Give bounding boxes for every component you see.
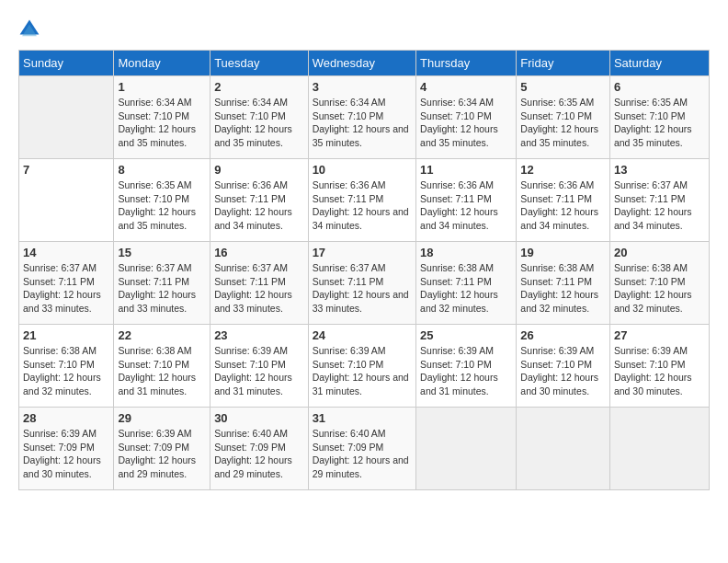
day-number: 2 (214, 80, 304, 94)
day-number: 28 (23, 411, 109, 425)
day-number: 30 (214, 411, 304, 425)
day-number: 5 (520, 80, 606, 94)
calendar-cell: 19Sunrise: 6:38 AMSunset: 7:11 PMDayligh… (517, 242, 610, 325)
page-header (18, 18, 710, 40)
day-number: 20 (614, 246, 705, 259)
day-info: Sunrise: 6:37 AMSunset: 7:11 PMDaylight:… (614, 178, 705, 233)
day-number: 25 (420, 328, 512, 342)
day-number: 19 (520, 246, 606, 259)
day-number: 4 (420, 80, 512, 94)
week-row-5: 28Sunrise: 6:39 AMSunset: 7:09 PMDayligh… (19, 408, 710, 490)
logo (18, 18, 42, 40)
calendar-cell: 5Sunrise: 6:35 AMSunset: 7:10 PMDaylight… (517, 76, 610, 159)
day-number: 22 (118, 328, 206, 342)
day-info: Sunrise: 6:37 AMSunset: 7:11 PMDaylight:… (313, 261, 412, 316)
calendar-cell: 16Sunrise: 6:37 AMSunset: 7:11 PMDayligh… (210, 242, 309, 325)
day-number: 9 (214, 163, 304, 177)
day-number: 27 (614, 328, 705, 342)
calendar-cell (416, 408, 517, 490)
calendar-cell: 21Sunrise: 6:38 AMSunset: 7:10 PMDayligh… (19, 325, 114, 408)
calendar-cell: 17Sunrise: 6:37 AMSunset: 7:11 PMDayligh… (308, 242, 415, 325)
day-number: 12 (520, 163, 606, 177)
calendar-cell: 4Sunrise: 6:34 AMSunset: 7:10 PMDaylight… (416, 76, 517, 159)
week-row-3: 14Sunrise: 6:37 AMSunset: 7:11 PMDayligh… (19, 242, 710, 325)
day-number: 1 (118, 80, 206, 94)
day-info: Sunrise: 6:36 AMSunset: 7:11 PMDaylight:… (214, 178, 304, 233)
calendar-cell: 20Sunrise: 6:38 AMSunset: 7:10 PMDayligh… (609, 242, 709, 325)
day-info: Sunrise: 6:37 AMSunset: 7:11 PMDaylight:… (214, 261, 304, 316)
day-info: Sunrise: 6:38 AMSunset: 7:11 PMDaylight:… (420, 261, 512, 316)
day-info: Sunrise: 6:37 AMSunset: 7:11 PMDaylight:… (23, 261, 109, 316)
day-info: Sunrise: 6:35 AMSunset: 7:10 PMDaylight:… (520, 96, 606, 150)
calendar-cell: 25Sunrise: 6:39 AMSunset: 7:10 PMDayligh… (416, 325, 517, 408)
day-info: Sunrise: 6:39 AMSunset: 7:10 PMDaylight:… (214, 344, 304, 398)
header-cell-monday: Monday (114, 51, 210, 76)
day-info: Sunrise: 6:35 AMSunset: 7:10 PMDaylight:… (118, 178, 206, 233)
calendar-cell: 10Sunrise: 6:36 AMSunset: 7:11 PMDayligh… (308, 159, 415, 242)
day-number: 11 (420, 163, 512, 177)
calendar-cell: 23Sunrise: 6:39 AMSunset: 7:10 PMDayligh… (210, 325, 309, 408)
day-number: 17 (313, 246, 412, 259)
calendar-cell: 7 (19, 159, 114, 242)
day-info: Sunrise: 6:34 AMSunset: 7:10 PMDaylight:… (313, 96, 412, 150)
day-info: Sunrise: 6:36 AMSunset: 7:11 PMDaylight:… (520, 178, 606, 233)
calendar-table: SundayMondayTuesdayWednesdayThursdayFrid… (18, 50, 710, 490)
day-info: Sunrise: 6:34 AMSunset: 7:10 PMDaylight:… (118, 96, 206, 150)
header-cell-wednesday: Wednesday (308, 51, 415, 76)
day-info: Sunrise: 6:38 AMSunset: 7:10 PMDaylight:… (614, 261, 705, 316)
day-info: Sunrise: 6:34 AMSunset: 7:10 PMDaylight:… (420, 96, 512, 150)
day-number: 24 (313, 328, 412, 342)
header-cell-tuesday: Tuesday (210, 51, 309, 76)
calendar-cell: 28Sunrise: 6:39 AMSunset: 7:09 PMDayligh… (19, 408, 114, 490)
calendar-cell (609, 408, 709, 490)
day-info: Sunrise: 6:39 AMSunset: 7:10 PMDaylight:… (520, 344, 606, 398)
header-cell-friday: Friday (517, 51, 610, 76)
header-cell-sunday: Sunday (19, 51, 114, 76)
day-number: 18 (420, 246, 512, 259)
calendar-cell (19, 76, 114, 159)
day-number: 15 (118, 246, 206, 259)
day-info: Sunrise: 6:37 AMSunset: 7:11 PMDaylight:… (118, 261, 206, 316)
calendar-cell: 15Sunrise: 6:37 AMSunset: 7:11 PMDayligh… (114, 242, 210, 325)
calendar-cell: 8Sunrise: 6:35 AMSunset: 7:10 PMDaylight… (114, 159, 210, 242)
day-number: 14 (23, 246, 109, 259)
calendar-cell: 29Sunrise: 6:39 AMSunset: 7:09 PMDayligh… (114, 408, 210, 490)
day-number: 6 (614, 80, 705, 94)
calendar-cell: 2Sunrise: 6:34 AMSunset: 7:10 PMDaylight… (210, 76, 309, 159)
calendar-cell: 31Sunrise: 6:40 AMSunset: 7:09 PMDayligh… (308, 408, 415, 490)
day-info: Sunrise: 6:39 AMSunset: 7:09 PMDaylight:… (23, 427, 109, 481)
calendar-cell (517, 408, 610, 490)
calendar-cell: 13Sunrise: 6:37 AMSunset: 7:11 PMDayligh… (609, 159, 709, 242)
day-info: Sunrise: 6:39 AMSunset: 7:09 PMDaylight:… (118, 427, 206, 481)
header-cell-thursday: Thursday (416, 51, 517, 76)
calendar-cell: 12Sunrise: 6:36 AMSunset: 7:11 PMDayligh… (517, 159, 610, 242)
day-number: 13 (614, 163, 705, 177)
day-number: 16 (214, 246, 304, 259)
day-info: Sunrise: 6:36 AMSunset: 7:11 PMDaylight:… (313, 178, 412, 233)
day-info: Sunrise: 6:38 AMSunset: 7:10 PMDaylight:… (23, 344, 109, 398)
day-number: 29 (118, 411, 206, 425)
calendar-cell: 11Sunrise: 6:36 AMSunset: 7:11 PMDayligh… (416, 159, 517, 242)
day-info: Sunrise: 6:39 AMSunset: 7:10 PMDaylight:… (614, 344, 705, 398)
day-number: 26 (520, 328, 606, 342)
calendar-cell: 24Sunrise: 6:39 AMSunset: 7:10 PMDayligh… (308, 325, 415, 408)
day-info: Sunrise: 6:34 AMSunset: 7:10 PMDaylight:… (214, 96, 304, 150)
day-number: 7 (23, 163, 109, 177)
week-row-4: 21Sunrise: 6:38 AMSunset: 7:10 PMDayligh… (19, 325, 710, 408)
day-number: 10 (313, 163, 412, 177)
calendar-cell: 14Sunrise: 6:37 AMSunset: 7:11 PMDayligh… (19, 242, 114, 325)
day-info: Sunrise: 6:40 AMSunset: 7:09 PMDaylight:… (313, 427, 412, 481)
day-number: 3 (313, 80, 412, 94)
calendar-cell: 26Sunrise: 6:39 AMSunset: 7:10 PMDayligh… (517, 325, 610, 408)
day-info: Sunrise: 6:36 AMSunset: 7:11 PMDaylight:… (420, 178, 512, 233)
header-row: SundayMondayTuesdayWednesdayThursdayFrid… (19, 51, 710, 76)
day-info: Sunrise: 6:39 AMSunset: 7:10 PMDaylight:… (313, 344, 412, 398)
day-number: 31 (313, 411, 412, 425)
calendar-cell: 27Sunrise: 6:39 AMSunset: 7:10 PMDayligh… (609, 325, 709, 408)
day-info: Sunrise: 6:35 AMSunset: 7:10 PMDaylight:… (614, 96, 705, 150)
header-cell-saturday: Saturday (609, 51, 709, 76)
day-number: 21 (23, 328, 109, 342)
day-number: 23 (214, 328, 304, 342)
day-info: Sunrise: 6:40 AMSunset: 7:09 PMDaylight:… (214, 427, 304, 481)
week-row-1: 1Sunrise: 6:34 AMSunset: 7:10 PMDaylight… (19, 76, 710, 159)
